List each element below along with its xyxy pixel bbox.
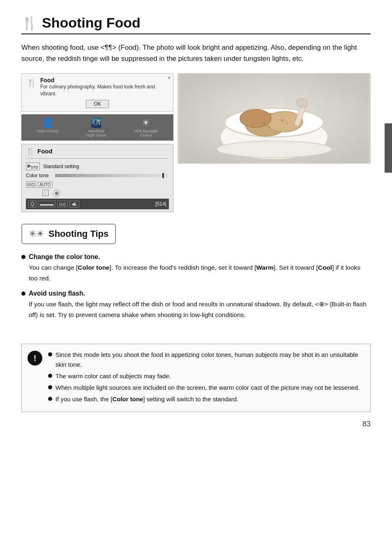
mode-icon-hdr[interactable]: ☀ HDR BacklightControl [134,118,158,137]
settings-food-row: 🍴 Food [26,147,169,159]
caution-text-4: If you use flash, the [Color tone] setti… [55,394,238,404]
svg-point-9 [281,119,284,122]
tips-title: Shooting Tips [48,229,108,239]
caution-text-2: The warm color cast of subjects may fade… [55,371,171,381]
bullet-2 [21,292,25,296]
night-portrait-label: Night Portrait [37,129,59,133]
tip-body-2: If you use flash, the light may reflect … [29,299,371,320]
page-container: 🍴 Shooting Food When shooting food, use … [0,0,392,437]
svg-point-8 [268,126,270,128]
color-tone-row: Color tone [26,171,169,180]
food-dialog-title: Food [40,77,168,83]
svg-point-10 [286,123,288,124]
page-number: 83 [362,420,371,428]
shot-count: [514] [155,201,166,207]
spacer [21,331,371,344]
caution-text-3: When multiple light sources are included… [55,383,360,393]
svg-point-7 [263,122,265,125]
auto-label: AUTO [38,182,53,188]
food-dialog: × 🍴 Food For culinary photography. Makes… [21,73,173,112]
standard-setting-label: Standard setting [43,164,79,169]
ok-button[interactable]: OK [86,100,108,108]
close-icon[interactable]: × [168,75,171,80]
mode-icons-row: 👤 Night Portrait 🌃 HandheldNight Scene ☀… [21,114,173,141]
tip-heading-1: Change the color tone. [21,253,371,261]
food-mode-icon: 🍴 [27,78,37,88]
checkbox-item[interactable] [42,190,49,196]
shooting-tips-box: ✳☀ Shooting Tips [21,224,116,244]
svg-point-14 [217,141,332,157]
flash-icon[interactable]: ⊕ [53,190,60,197]
q-button[interactable]: Q [28,200,36,208]
auto-row: ISO AUTO [26,181,169,188]
caution-bullet-3 [48,385,52,389]
color-tone-indicator [162,173,164,178]
mode-icon-handheld-night[interactable]: 🌃 HandheldNight Scene [86,118,106,137]
food-dialog-header: 🍴 Food For culinary photography. Makes f… [27,77,168,97]
settings-food-icon: 🍴 [26,147,35,156]
wifi-icon: (ω) [57,201,68,207]
hdr-icon: ☀ [142,118,150,128]
caution-item-1: Since this mode lets you shoot the food … [48,350,363,370]
tip-item-2: Avoid using flash. If you use flash, the… [21,290,371,320]
side-tab [385,123,392,173]
hdr-label: HDR BacklightControl [134,129,158,137]
food-dialog-desc: For culinary photography. Makes food loo… [40,83,168,97]
handheld-night-icon: 🌃 [90,118,101,128]
tip-body-1: You can change [Color tone]. To increase… [29,262,371,283]
tip-heading-1-text: Change the color tone. [29,253,100,261]
svg-point-6 [240,109,271,127]
tips-sun-icon: ✳☀ [29,229,44,239]
tip-heading-2: Avoid using flash. [21,290,371,297]
color-tone-bar[interactable] [55,174,169,177]
intro-text: When shooting food, use <¶¶> (Food). The… [21,42,371,64]
caution-bullet-2 [48,374,52,378]
settings-std-row: ▶STD Standard setting [26,161,169,171]
bottom-bar: Q ▬▬▬ (ω) ◀L [514] [26,199,169,209]
caution-item-4: If you use flash, the [Color tone] setti… [48,394,363,404]
battery-icon: ▬▬▬ [38,201,55,207]
page-title-row: 🍴 Shooting Food [21,15,371,35]
std-icon: ▶STD [26,162,40,170]
caution-item-3: When multiple light sources are included… [48,383,363,393]
night-portrait-icon: 👤 [42,118,53,128]
page-title: Shooting Food [42,15,141,31]
checkbox-row: ⊕ [42,190,169,197]
mode-icon-night-portrait[interactable]: 👤 Night Portrait [37,118,59,137]
settings-food-label: Food [37,148,53,155]
handheld-night-label: HandheldNight Scene [86,129,106,137]
camera-settings: 🍴 Food ▶STD Standard setting Color tone … [21,144,173,212]
caution-bullet-1 [48,352,52,356]
caution-icon: ! [28,351,42,366]
tip-item-1: Change the color tone. You can change [C… [21,253,371,283]
quality-icon: ◀L [69,201,79,208]
screenshots-row: × 🍴 Food For culinary photography. Makes… [21,73,371,212]
color-tone-label: Color tone [26,173,48,178]
food-photo [178,73,371,164]
tip-heading-2-text: Avoid using flash. [29,290,85,297]
caution-bullet-4 [48,397,52,401]
food-illustration [178,73,371,164]
tips-content: Change the color tone. You can change [C… [21,253,371,320]
caution-text-1: Since this mode lets you shoot the food … [55,350,363,370]
caution-list: Since this mode lets you shoot the food … [48,350,363,406]
camera-ui: × 🍴 Food For culinary photography. Makes… [21,73,173,212]
caution-item-2: The warm color cast of subjects may fade… [48,371,363,381]
food-dialog-ok: OK [27,100,168,108]
caution-box: ! Since this mode lets you shoot the foo… [21,344,371,412]
bullet-1 [21,255,25,259]
food-icon: 🍴 [21,15,38,31]
iso-icon: ISO [26,181,36,188]
